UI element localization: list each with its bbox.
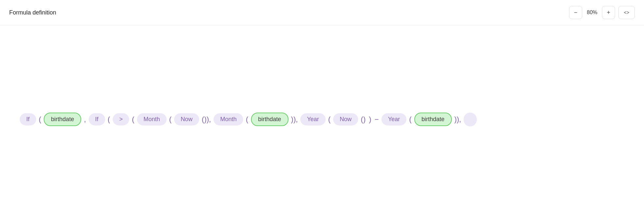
formula-row: If ( birthdate , If ( > ( Month ( Now ()… (20, 113, 477, 126)
zoom-out-button[interactable]: − (569, 6, 582, 19)
token-paren-10: ) (368, 115, 372, 124)
token-if-2: If (89, 113, 105, 125)
token-partial (464, 113, 477, 126)
zoom-controls: − 80% + <> (569, 6, 635, 19)
token-paren-12: )), (454, 115, 462, 124)
token-paren-8: ( (328, 115, 331, 124)
formula-canvas: If ( birthdate , If ( > ( Month ( Now ()… (0, 25, 644, 212)
zoom-in-button[interactable]: + (602, 6, 615, 19)
token-gt: > (113, 113, 129, 125)
zoom-level: 80% (584, 10, 600, 15)
token-paren-9: () (360, 115, 366, 124)
token-year-1[interactable]: Year (300, 113, 325, 125)
token-minus: − (374, 115, 380, 124)
code-toggle-button[interactable]: <> (618, 6, 635, 19)
token-if-1: If (20, 113, 36, 125)
token-comma-1: , (83, 115, 86, 124)
token-birthdate-1[interactable]: birthdate (44, 113, 81, 126)
page-title: Formula definition (9, 9, 56, 16)
token-month-2[interactable]: Month (214, 113, 243, 125)
token-year-2[interactable]: Year (381, 113, 406, 125)
token-birthdate-3[interactable]: birthdate (414, 113, 452, 126)
token-paren-11: ( (408, 115, 412, 124)
token-paren-4: ( (169, 115, 172, 124)
token-paren-5: ()), (201, 115, 212, 124)
token-birthdate-2[interactable]: birthdate (251, 113, 288, 126)
token-now-2[interactable]: Now (333, 113, 358, 125)
token-paren-1: ( (38, 115, 42, 124)
token-paren-7: )), (290, 115, 299, 124)
header: Formula definition − 80% + <> (0, 0, 644, 25)
token-paren-3: ( (131, 115, 135, 124)
token-paren-6: ( (245, 115, 249, 124)
token-now-1[interactable]: Now (174, 113, 199, 125)
token-month-1[interactable]: Month (137, 113, 167, 125)
token-paren-2: ( (107, 115, 111, 124)
